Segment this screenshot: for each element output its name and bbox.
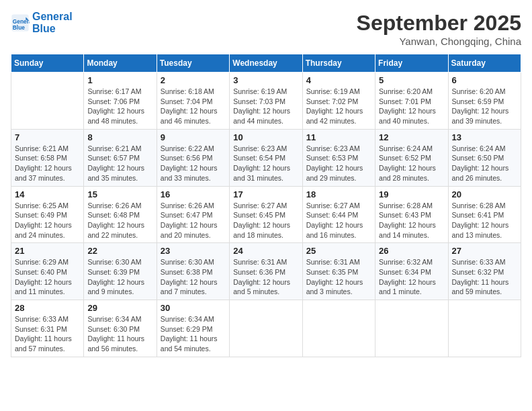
calendar-day-cell: 20Sunrise: 6:28 AMSunset: 6:41 PMDayligh… — [448, 186, 521, 243]
day-number: 11 — [306, 132, 371, 142]
day-number: 15 — [87, 189, 152, 199]
day-info: Sunrise: 6:17 AMSunset: 7:06 PMDaylight:… — [87, 87, 152, 126]
calendar-day-cell: 15Sunrise: 6:26 AMSunset: 6:48 PMDayligh… — [84, 186, 157, 243]
day-number: 28 — [15, 303, 80, 313]
calendar-day-cell: 29Sunrise: 6:34 AMSunset: 6:30 PMDayligh… — [84, 300, 157, 357]
calendar-day-cell: 17Sunrise: 6:27 AMSunset: 6:45 PMDayligh… — [230, 186, 302, 243]
weekday-header-cell: Friday — [375, 54, 448, 73]
day-number: 19 — [379, 189, 444, 199]
weekday-header-cell: Wednesday — [230, 54, 302, 73]
day-number: 27 — [452, 246, 517, 256]
day-info: Sunrise: 6:24 AMSunset: 6:52 PMDaylight:… — [379, 144, 444, 183]
day-info: Sunrise: 6:28 AMSunset: 6:41 PMDaylight:… — [452, 201, 517, 240]
day-number: 9 — [161, 132, 226, 142]
calendar-day-cell: 7Sunrise: 6:21 AMSunset: 6:58 PMDaylight… — [11, 129, 84, 186]
day-number: 10 — [233, 132, 298, 142]
day-info: Sunrise: 6:27 AMSunset: 6:44 PMDaylight:… — [306, 201, 371, 240]
logo-text-general: General — [32, 11, 73, 23]
svg-text:Blue: Blue — [13, 24, 25, 31]
day-info: Sunrise: 6:26 AMSunset: 6:48 PMDaylight:… — [87, 201, 152, 240]
day-info: Sunrise: 6:33 AMSunset: 6:32 PMDaylight:… — [452, 257, 517, 297]
calendar-day-cell: 9Sunrise: 6:22 AMSunset: 6:56 PMDaylight… — [157, 129, 229, 186]
calendar-day-cell: 23Sunrise: 6:30 AMSunset: 6:38 PMDayligh… — [157, 243, 229, 300]
calendar-day-cell: 10Sunrise: 6:23 AMSunset: 6:54 PMDayligh… — [230, 129, 302, 186]
day-info: Sunrise: 6:29 AMSunset: 6:40 PMDaylight:… — [15, 257, 80, 297]
calendar-day-cell — [302, 300, 375, 357]
day-info: Sunrise: 6:24 AMSunset: 6:50 PMDaylight:… — [452, 144, 517, 183]
day-info: Sunrise: 6:23 AMSunset: 6:53 PMDaylight:… — [306, 144, 371, 183]
day-info: Sunrise: 6:27 AMSunset: 6:45 PMDaylight:… — [233, 201, 298, 240]
calendar-week-row: 21Sunrise: 6:29 AMSunset: 6:40 PMDayligh… — [11, 243, 521, 300]
calendar-day-cell: 21Sunrise: 6:29 AMSunset: 6:40 PMDayligh… — [11, 243, 84, 300]
day-number: 3 — [233, 75, 298, 85]
title-block: September 2025 Yanwan, Chongqing, China — [357, 11, 521, 47]
day-number: 7 — [15, 132, 80, 142]
calendar-day-cell — [230, 300, 302, 357]
day-info: Sunrise: 6:26 AMSunset: 6:47 PMDaylight:… — [161, 201, 226, 240]
calendar-day-cell: 16Sunrise: 6:26 AMSunset: 6:47 PMDayligh… — [157, 186, 229, 243]
calendar-week-row: 14Sunrise: 6:25 AMSunset: 6:49 PMDayligh… — [11, 186, 521, 243]
day-number: 14 — [15, 189, 80, 199]
calendar-day-cell: 30Sunrise: 6:34 AMSunset: 6:29 PMDayligh… — [157, 300, 229, 357]
day-info: Sunrise: 6:34 AMSunset: 6:29 PMDaylight:… — [161, 314, 226, 354]
calendar-day-cell: 12Sunrise: 6:24 AMSunset: 6:52 PMDayligh… — [375, 129, 448, 186]
day-number: 16 — [161, 189, 226, 199]
day-number: 17 — [233, 189, 298, 199]
day-number: 23 — [161, 246, 226, 256]
day-info: Sunrise: 6:23 AMSunset: 6:54 PMDaylight:… — [233, 144, 298, 183]
day-info: Sunrise: 6:18 AMSunset: 7:04 PMDaylight:… — [161, 87, 226, 126]
day-info: Sunrise: 6:31 AMSunset: 6:36 PMDaylight:… — [233, 257, 298, 297]
calendar-table: SundayMondayTuesdayWednesdayThursdayFrid… — [11, 54, 521, 357]
day-info: Sunrise: 6:19 AMSunset: 7:02 PMDaylight:… — [306, 87, 371, 126]
day-number: 30 — [161, 303, 226, 313]
day-info: Sunrise: 6:22 AMSunset: 6:56 PMDaylight:… — [161, 144, 226, 183]
calendar-day-cell: 26Sunrise: 6:32 AMSunset: 6:34 PMDayligh… — [375, 243, 448, 300]
day-number: 12 — [379, 132, 444, 142]
logo: General Blue General Blue — [11, 11, 73, 36]
calendar-day-cell: 3Sunrise: 6:19 AMSunset: 7:03 PMDaylight… — [230, 73, 302, 130]
weekday-header-cell: Monday — [84, 54, 157, 73]
calendar-day-cell: 8Sunrise: 6:21 AMSunset: 6:57 PMDaylight… — [84, 129, 157, 186]
day-number: 18 — [306, 189, 371, 199]
weekday-header-cell: Saturday — [448, 54, 521, 73]
weekday-header-cell: Sunday — [11, 54, 84, 73]
calendar-day-cell: 5Sunrise: 6:20 AMSunset: 7:01 PMDaylight… — [375, 73, 448, 130]
day-number: 25 — [306, 246, 371, 256]
calendar-day-cell — [375, 300, 448, 357]
calendar-day-cell: 1Sunrise: 6:17 AMSunset: 7:06 PMDaylight… — [84, 73, 157, 130]
calendar-day-cell: 19Sunrise: 6:28 AMSunset: 6:43 PMDayligh… — [375, 186, 448, 243]
day-number: 5 — [379, 75, 444, 85]
calendar-day-cell: 14Sunrise: 6:25 AMSunset: 6:49 PMDayligh… — [11, 186, 84, 243]
day-number: 4 — [306, 75, 371, 85]
month-title: September 2025 — [357, 11, 521, 36]
calendar-week-row: 7Sunrise: 6:21 AMSunset: 6:58 PMDaylight… — [11, 129, 521, 186]
day-number: 24 — [233, 246, 298, 256]
calendar-day-cell — [448, 300, 521, 357]
day-number: 22 — [87, 246, 152, 256]
weekday-header-cell: Tuesday — [157, 54, 229, 73]
calendar-day-cell: 18Sunrise: 6:27 AMSunset: 6:44 PMDayligh… — [302, 186, 375, 243]
calendar-day-cell: 2Sunrise: 6:18 AMSunset: 7:04 PMDaylight… — [157, 73, 229, 130]
logo-icon: General Blue — [11, 13, 30, 32]
calendar-week-row: 1Sunrise: 6:17 AMSunset: 7:06 PMDaylight… — [11, 73, 521, 130]
calendar-day-cell: 11Sunrise: 6:23 AMSunset: 6:53 PMDayligh… — [302, 129, 375, 186]
day-info: Sunrise: 6:21 AMSunset: 6:57 PMDaylight:… — [87, 144, 152, 183]
day-info: Sunrise: 6:21 AMSunset: 6:58 PMDaylight:… — [15, 144, 80, 183]
calendar-day-cell: 6Sunrise: 6:20 AMSunset: 6:59 PMDaylight… — [448, 73, 521, 130]
weekday-header-cell: Thursday — [302, 54, 375, 73]
calendar-day-cell: 24Sunrise: 6:31 AMSunset: 6:36 PMDayligh… — [230, 243, 302, 300]
day-info: Sunrise: 6:30 AMSunset: 6:39 PMDaylight:… — [87, 257, 152, 297]
page-header: General Blue General Blue September 2025… — [11, 11, 521, 47]
day-number: 21 — [15, 246, 80, 256]
weekday-header-row: SundayMondayTuesdayWednesdayThursdayFrid… — [11, 54, 521, 73]
day-info: Sunrise: 6:20 AMSunset: 6:59 PMDaylight:… — [452, 87, 517, 126]
day-number: 6 — [452, 75, 517, 85]
day-info: Sunrise: 6:28 AMSunset: 6:43 PMDaylight:… — [379, 201, 444, 240]
day-info: Sunrise: 6:19 AMSunset: 7:03 PMDaylight:… — [233, 87, 298, 126]
logo-text-blue: Blue — [32, 23, 73, 35]
location-title: Yanwan, Chongqing, China — [357, 36, 521, 47]
calendar-day-cell: 25Sunrise: 6:31 AMSunset: 6:35 PMDayligh… — [302, 243, 375, 300]
day-number: 26 — [379, 246, 444, 256]
day-number: 8 — [87, 132, 152, 142]
calendar-day-cell: 4Sunrise: 6:19 AMSunset: 7:02 PMDaylight… — [302, 73, 375, 130]
